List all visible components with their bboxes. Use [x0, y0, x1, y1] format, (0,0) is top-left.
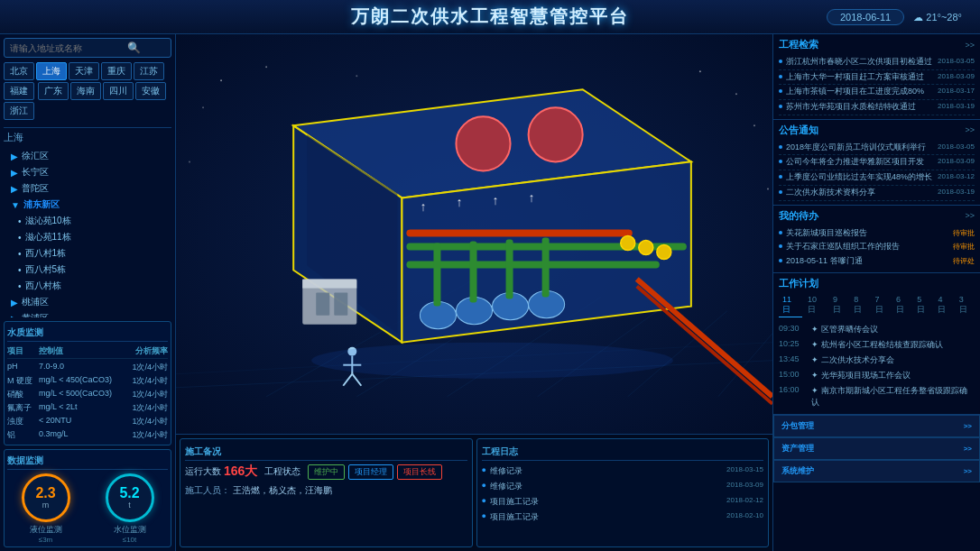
page-title: 万朗二次供水工程智慧管控平台 [351, 5, 629, 29]
progress-title: 工程日志 [482, 444, 764, 461]
region-tab-天津[interactable]: 天津 [69, 62, 99, 80]
tree-item-1[interactable]: ▶长宁区 [4, 164, 171, 180]
region-tab-重庆[interactable]: 重庆 [101, 62, 132, 80]
todo-more[interactable]: >> [965, 211, 975, 220]
data-monitor-panel: 数据监测 2.3 m 液位监测 ≤3m 5.2 t 水位监测 ≤10 [4, 449, 171, 547]
building-svg: ↑ ↑ ↑ ↑ [176, 34, 772, 434]
gauge-label-level: 液位监测 [30, 524, 62, 536]
tree-item-2[interactable]: ▶普陀区 [4, 180, 171, 197]
center-panel: ↑ ↑ ↑ ↑ [176, 34, 772, 551]
gauge-water: 5.2 t 水位监测 ≤10t [106, 473, 154, 544]
date-tab-2[interactable]: 9日 [829, 294, 848, 317]
engineering-more[interactable]: >> [965, 41, 975, 50]
wq-row-3: 氟离子mg/L < 2Lt1次/4小时 [7, 401, 168, 415]
svg-line-51 [352, 374, 361, 386]
status-tags: 维护中 项目经理 项目长线 [308, 464, 467, 480]
gauge-level: 2.3 m 液位监测 ≤3m [22, 473, 70, 544]
city-label: 上海 [4, 131, 171, 144]
run-value: 166大 [224, 464, 257, 480]
todo-section: 我的待办 >> 关花新城项目巡检报告待审批关于石家庄巡队组织工作的报告待审批20… [773, 206, 980, 273]
gauge-value-water: 5.2 [119, 486, 139, 500]
notice-title-row: 公告通知 >> [779, 124, 975, 137]
prog-item-0: ●维修记录2018-03-15 [482, 464, 764, 479]
construction-header: 运行大数 166大 工程状态 维护中 项目经理 项目长线 [185, 464, 467, 480]
bottom-section-1[interactable]: 资产管理>> [773, 437, 980, 460]
date-tab-7[interactable]: 4日 [934, 294, 953, 317]
date-tab-4[interactable]: 7日 [872, 294, 891, 317]
tree-area: ▶徐汇区▶长宁区▶普陀区▼浦东新区•滋沁苑10栋•滋心苑11栋•西八村1栋•西八… [4, 148, 171, 317]
status-label: 工程状态 [264, 465, 300, 478]
tree-arrow-3: ▼ [11, 200, 20, 210]
region-tab-四川[interactable]: 四川 [103, 82, 134, 100]
water-quality-panel: 水质监测 项目控制值分析频率pH7.0-9.01次/4小时M 硬度mg/L < … [4, 321, 171, 445]
region-tab-浙江[interactable]: 浙江 [4, 102, 34, 120]
bottom-sections: 分包管理>>资产管理>>系统维护>> [773, 415, 980, 551]
svg-point-46 [657, 245, 671, 260]
svg-rect-24 [334, 293, 347, 316]
todo-title: 我的待办 [779, 209, 818, 223]
region-tabs[interactable]: 北京上海天津重庆江苏福建广东海南四川安徽浙江 [4, 62, 171, 120]
svg-text:↑: ↑ [456, 195, 462, 209]
notice-more[interactable]: >> [965, 125, 975, 134]
eng-dot-0 [779, 60, 782, 63]
eng-item-1: 上海市大华一村项目赶工方案审核通过2018-03-09 [779, 70, 975, 86]
region-tab-安徽[interactable]: 安徽 [135, 82, 166, 100]
notice-item-0: 2018年度公司新员工培训仪式顺利举行2018-03-05 [779, 141, 975, 156]
tree-item-5[interactable]: •滋心苑11栋 [4, 229, 171, 245]
wq-row-0: pH7.0-9.01次/4小时 [7, 361, 168, 374]
eng-dot-1 [779, 75, 782, 78]
tree-item-6[interactable]: •西八村1栋 [4, 245, 171, 262]
tree-item-8[interactable]: •西八村栋 [4, 278, 171, 294]
engineering-items: 浙江杭州市春晓小区二次供项目初检通过2018-03-05上海市大华一村项目赶工方… [779, 55, 975, 115]
bottom-arrow-0: >> [964, 422, 972, 430]
region-tab-上海[interactable]: 上海 [36, 62, 67, 80]
wq-row-4: 浊度< 20NTU1次/4小时 [7, 415, 168, 428]
region-tab-福建[interactable]: 福建 [4, 82, 34, 100]
search-input[interactable] [10, 43, 127, 53]
date-tab-1[interactable]: 10日 [804, 294, 827, 317]
region-tab-北京[interactable]: 北京 [4, 62, 34, 80]
search-bar[interactable]: 🔍 [4, 38, 171, 58]
region-tab-广东[interactable]: 广东 [38, 82, 69, 100]
notice-dot-2 [779, 175, 782, 179]
search-icon[interactable]: 🔍 [127, 41, 141, 54]
date-tab-8[interactable]: 3日 [956, 294, 975, 317]
date-tab-6[interactable]: 5日 [913, 294, 932, 317]
wq-row-2: 硝酸mg/L < 500(CaCO3)1次/4小时 [7, 388, 168, 401]
svg-rect-23 [316, 293, 329, 316]
bottom-section-2[interactable]: 系统维护>> [773, 460, 980, 482]
gauges: 2.3 m 液位监测 ≤3m 5.2 t 水位监测 ≤10t [7, 473, 168, 544]
date-tabs[interactable]: 11日10日9日8日7日6日5日4日3日 [779, 294, 975, 317]
tree-item-7[interactable]: •西八村5栋 [4, 262, 171, 278]
bottom-arrow-1: >> [964, 445, 972, 453]
svg-point-4 [735, 93, 737, 95]
region-tab-海南[interactable]: 海南 [70, 82, 101, 100]
gauge-value-level: 2.3 [35, 486, 55, 500]
svg-rect-32 [469, 242, 476, 303]
todo-title-row: 我的待办 >> [779, 209, 975, 223]
date-tab-3[interactable]: 8日 [850, 294, 869, 317]
gauge-circle-water: 5.2 t [106, 473, 154, 522]
eng-dot-3 [779, 105, 782, 108]
tree-item-9[interactable]: ▶桃浦区 [4, 294, 171, 310]
wq-h2: 控制值 [39, 345, 118, 357]
progress-panel: 工程日志 ●维修记录2018-03-15●维修记录2018-03-09●项目施工… [476, 438, 770, 547]
tree-item-10[interactable]: ▶黄浦区 [4, 310, 171, 317]
date-tab-5[interactable]: 6日 [892, 294, 911, 317]
tag-manager: 项目经理 [348, 464, 393, 480]
wq-title: 水质监测 [7, 325, 168, 342]
date-tab-0[interactable]: 11日 [779, 294, 802, 317]
bottom-section-0[interactable]: 分包管理>> [773, 415, 980, 437]
tree-item-0[interactable]: ▶徐汇区 [4, 148, 171, 164]
region-tab-江苏[interactable]: 江苏 [134, 62, 164, 80]
gauge-unit-water: t [128, 500, 131, 510]
work-plan-title: 工作计划 [779, 277, 818, 290]
wq-h3: 分析频率 [118, 345, 168, 357]
tree-item-4[interactable]: •滋沁苑10栋 [4, 213, 171, 229]
viz-container: ↑ ↑ ↑ ↑ [176, 34, 772, 434]
gauge-label-water: 水位监测 [114, 524, 146, 536]
notice-item-2: 上季度公司业绩比过去年实现48%的增长2018-03-12 [779, 170, 975, 186]
eng-item-2: 上海市茶镇一村项目在工进度完成80%2018-03-17 [779, 85, 975, 100]
wq-row-1: M 硬度mg/L < 450(CaCO3)1次/4小时 [7, 374, 168, 388]
tree-item-3[interactable]: ▼浦东新区 [4, 197, 171, 213]
